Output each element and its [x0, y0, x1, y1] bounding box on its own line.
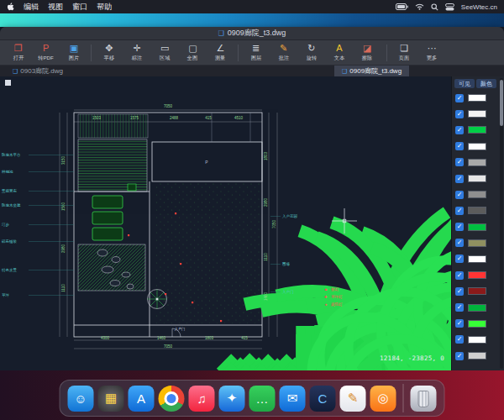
dock-mail-icon[interactable]: ✉: [280, 386, 306, 412]
layer-row-14: ✓: [452, 316, 498, 332]
toolbar-button-旋转[interactable]: ↻旋转: [298, 43, 324, 62]
layer-visible-checkbox[interactable]: ✓: [455, 335, 464, 344]
toolbar-button-图层[interactable]: ≣图层: [243, 43, 269, 62]
layer-color-swatch[interactable]: [468, 271, 486, 279]
dock-launchpad-icon[interactable]: ▦: [98, 386, 124, 412]
layer-color-swatch[interactable]: [468, 143, 486, 150]
批注-icon: ✎: [280, 43, 287, 54]
svg-text:1110: 1110: [61, 284, 66, 292]
layer-visible-checkbox[interactable]: ✓: [455, 175, 464, 183]
menu-item-1[interactable]: 视图: [48, 2, 63, 13]
layer-color-swatch[interactable]: [468, 126, 486, 134]
layer-visible-checkbox[interactable]: ✓: [455, 239, 464, 247]
toolbar-button-页面[interactable]: ❏页面: [391, 43, 417, 62]
toolbar-button-打开[interactable]: ❐打开: [5, 43, 31, 62]
toolbar-button-测量[interactable]: ∠测量: [207, 43, 234, 62]
layer-color-swatch[interactable]: [468, 336, 486, 344]
layer-visible-checkbox[interactable]: ✓: [455, 303, 464, 312]
menu-item-2[interactable]: 窗口: [72, 2, 87, 13]
dock-music-icon[interactable]: ♫: [189, 386, 215, 412]
layer-color-swatch[interactable]: [468, 191, 486, 198]
dock-finder-icon[interactable]: ☺: [68, 386, 94, 412]
layer-visible-checkbox[interactable]: ✓: [455, 207, 464, 215]
layer-visible-checkbox[interactable]: ✓: [455, 352, 464, 360]
tab-0903[interactable]: ❑ 0903廊院.dwg: [5, 66, 71, 76]
layer-color-swatch[interactable]: [468, 207, 486, 214]
dock-trash-icon[interactable]: [411, 386, 437, 412]
battery-icon[interactable]: [396, 3, 408, 10]
layer-color-swatch[interactable]: [468, 287, 486, 295]
toolbar-button-label: 擦除: [362, 55, 372, 62]
layer-visible-checkbox[interactable]: ✓: [455, 94, 464, 102]
layer-color-swatch[interactable]: [468, 159, 486, 166]
layer-color-swatch[interactable]: [468, 304, 486, 312]
layer-visible-checkbox[interactable]: ✓: [455, 142, 464, 150]
layers-color-column-button[interactable]: 颜色: [476, 79, 496, 88]
layer-visible-checkbox[interactable]: ✓: [455, 223, 464, 231]
layers-visible-column-button[interactable]: 可见: [454, 79, 475, 88]
svg-text:特色水景: 特色水景: [2, 268, 18, 273]
svg-text:草坪灯: 草坪灯: [331, 295, 343, 299]
layers-list: ✓✓✓✓✓✓✓✓✓✓✓✓✓✓✓✓✓: [452, 90, 498, 370]
tab-0909-active[interactable]: ❑ 0909廊院_t3.dwg: [334, 66, 409, 76]
layers-scrollbar[interactable]: [500, 78, 503, 369]
dock-safari-icon[interactable]: ✦: [219, 386, 245, 412]
layer-color-swatch[interactable]: [468, 239, 486, 247]
svg-text:1803: 1803: [264, 151, 268, 160]
layer-color-swatch[interactable]: [468, 255, 486, 263]
layer-visible-checkbox[interactable]: ✓: [455, 271, 464, 280]
toolbar-button-擦除[interactable]: ◪擦除: [354, 43, 381, 62]
旋转-icon: ↻: [307, 43, 315, 54]
toolbar-button-平移[interactable]: ✥平移: [96, 43, 122, 62]
main-area: 7050150315752488415451031501560298011101…: [0, 76, 504, 370]
dock-cad-editor-icon[interactable]: C: [310, 386, 336, 412]
layer-row-1: ✓: [452, 106, 498, 122]
toolbar-button-区域[interactable]: ▭区域: [152, 43, 178, 62]
layers-scrollbar-thumb[interactable]: [500, 80, 503, 126]
toolbar-button-标注[interactable]: ✛标注: [124, 43, 150, 62]
layer-visible-checkbox[interactable]: ✓: [455, 126, 464, 134]
svg-text:围墙: 围墙: [282, 262, 291, 266]
toolbar-button-label: 图片: [69, 55, 79, 62]
文本-icon: A: [336, 43, 342, 54]
toolbar-button-转PDF[interactable]: P转PDF: [33, 43, 59, 62]
dock-notes-icon[interactable]: ✎: [340, 386, 366, 412]
toolbar-button-文本[interactable]: A文本: [326, 43, 352, 62]
layer-visible-checkbox[interactable]: ✓: [455, 191, 464, 199]
layers-header: 可见 颜色: [452, 76, 498, 90]
search-icon[interactable]: [431, 3, 438, 11]
toolbar-button-label: 批注: [279, 55, 289, 62]
menubar-status-text[interactable]: SeeWtec.cn: [461, 3, 497, 11]
layer-visible-checkbox[interactable]: ✓: [455, 287, 464, 296]
dock-app-store-icon[interactable]: A: [129, 386, 155, 412]
toolbar-button-图片[interactable]: ▣图片: [60, 43, 87, 62]
layer-visible-checkbox[interactable]: ✓: [455, 158, 464, 166]
dock-messages-icon[interactable]: …: [249, 386, 276, 412]
control-center-icon[interactable]: [445, 3, 454, 11]
layer-visible-checkbox[interactable]: ✓: [455, 319, 464, 328]
cursor-coordinates: 12184, -23825, 0: [380, 354, 444, 362]
toolbar: ❐打开P转PDF▣图片✥平移✛标注▭区域▢全图∠测量≣图层✎批注↻旋转A文本◪擦…: [0, 40, 504, 66]
layer-color-swatch[interactable]: [468, 223, 486, 231]
toolbar-button-批注[interactable]: ✎批注: [270, 43, 297, 62]
layer-visible-checkbox[interactable]: ✓: [455, 110, 464, 118]
layer-row-15: ✓: [452, 332, 498, 348]
toolbar-button-label: 打开: [13, 55, 23, 62]
layer-color-swatch[interactable]: [468, 352, 486, 360]
layer-visible-checkbox[interactable]: ✓: [455, 255, 464, 263]
toolbar-button-全图[interactable]: ▢全图: [180, 43, 206, 62]
layer-color-swatch[interactable]: [468, 320, 486, 328]
layer-color-swatch[interactable]: [468, 110, 486, 118]
menu-item-0[interactable]: 编辑: [24, 2, 39, 13]
dock-cad-viewer-icon[interactable]: ◎: [370, 386, 396, 412]
cad-canvas[interactable]: 7050150315752488415451031501560298011101…: [0, 76, 451, 370]
页面-icon: ❏: [400, 43, 408, 54]
cad-app-window: ❑ 0909廊院_t3.dwg ❐打开P转PDF▣图片✥平移✛标注▭区域▢全图∠…: [0, 27, 504, 370]
dock-chrome-icon[interactable]: [159, 386, 185, 412]
menu-item-3[interactable]: 帮助: [97, 2, 112, 13]
wifi-icon[interactable]: [415, 3, 424, 10]
layer-color-swatch[interactable]: [468, 175, 486, 182]
layer-color-swatch[interactable]: [468, 94, 486, 102]
toolbar-button-更多[interactable]: ⋯更多: [419, 43, 445, 62]
apple-menu-icon[interactable]: [7, 3, 14, 12]
